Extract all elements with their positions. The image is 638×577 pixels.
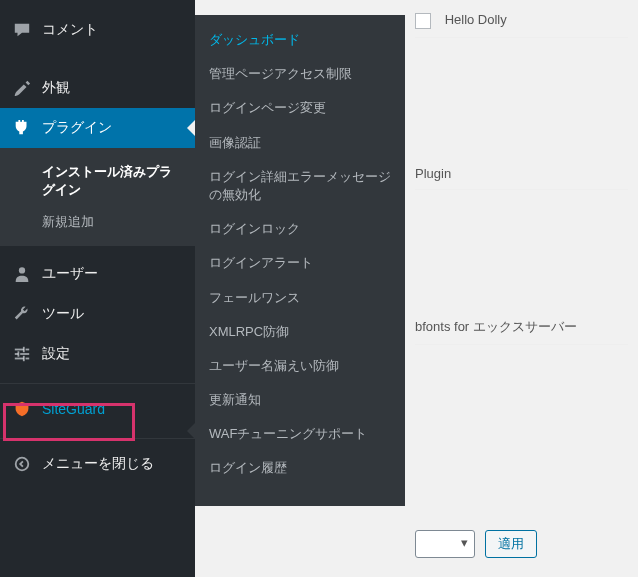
flyout-item[interactable]: 管理ページアクセス制限 — [195, 57, 405, 91]
flyout-item[interactable]: ログイン詳細エラーメッセージの無効化 — [195, 160, 405, 212]
svg-rect-5 — [15, 358, 24, 360]
sidebar-item-plugins[interactable]: プラグイン — [0, 108, 195, 148]
menu-label: 設定 — [42, 345, 70, 363]
separator — [0, 434, 195, 439]
plugins-submenu: インストール済みプラグイン 新規追加 — [0, 148, 195, 246]
flyout-item[interactable]: フェールワンス — [195, 281, 405, 315]
svg-rect-4 — [20, 353, 29, 355]
brush-icon — [12, 78, 32, 98]
plugin-name: bfonts for エックスサーバー — [415, 319, 577, 334]
sidebar-item-settings[interactable]: 設定 — [0, 334, 195, 374]
svg-point-10 — [16, 458, 29, 471]
svg-rect-2 — [26, 349, 30, 351]
flyout-item[interactable]: ログインアラート — [195, 246, 405, 280]
flyout-item[interactable]: ログインページ変更 — [195, 91, 405, 125]
sidebar-item-collapse[interactable]: メニューを閉じる — [0, 444, 195, 484]
sidebar-item-appearance[interactable]: 外観 — [0, 68, 195, 108]
submenu-installed-plugins[interactable]: インストール済みプラグイン — [0, 156, 195, 206]
sidebar-item-users[interactable]: ユーザー — [0, 254, 195, 294]
plugin-row: Plugin — [415, 158, 628, 190]
plugins-icon — [12, 118, 32, 138]
siteguard-flyout: ダッシュボード 管理ページアクセス制限 ログインページ変更 画像認証 ログイン詳… — [195, 15, 405, 506]
menu-label: ユーザー — [42, 265, 98, 283]
svg-rect-7 — [23, 347, 25, 352]
menu-label: コメント — [42, 21, 98, 39]
flyout-item[interactable]: 更新通知 — [195, 383, 405, 417]
bulk-actions-row: 一括 適用 — [415, 515, 628, 573]
plugin-name: Hello Dolly — [445, 12, 507, 27]
bulk-select[interactable]: 一括 — [415, 530, 475, 558]
menu-label: 外観 — [42, 79, 70, 97]
plugin-row: bfonts for エックスサーバー — [415, 310, 628, 345]
flyout-arrow-icon — [187, 423, 195, 439]
menu-label: SiteGuard — [42, 401, 105, 417]
sidebar-item-tools[interactable]: ツール — [0, 294, 195, 334]
shield-icon — [12, 399, 32, 419]
separator — [0, 379, 195, 384]
svg-point-0 — [19, 267, 25, 273]
submenu-add-new[interactable]: 新規追加 — [0, 206, 195, 238]
checkbox[interactable] — [415, 13, 431, 29]
settings-icon — [12, 344, 32, 364]
svg-rect-9 — [23, 356, 25, 361]
flyout-item-dashboard[interactable]: ダッシュボード — [195, 23, 405, 57]
svg-rect-1 — [15, 349, 24, 351]
admin-sidebar: コメント 外観 プラグイン インストール済みプラグイン 新規追加 ユーザー ツー… — [0, 0, 195, 577]
flyout-item[interactable]: WAFチューニングサポート — [195, 417, 405, 451]
main-content: Hello Dolly Plugin bfonts for エックスサーバー 一… — [405, 0, 638, 577]
users-icon — [12, 264, 32, 284]
menu-label: ツール — [42, 305, 84, 323]
active-arrow-icon — [187, 120, 195, 136]
flyout-item[interactable]: XMLRPC防御 — [195, 315, 405, 349]
comment-icon — [12, 20, 32, 40]
menu-label: プラグイン — [42, 119, 112, 137]
flyout-item[interactable]: 画像認証 — [195, 126, 405, 160]
collapse-icon — [12, 454, 32, 474]
flyout-item[interactable]: ログイン履歴 — [195, 451, 405, 485]
apply-button[interactable]: 適用 — [485, 530, 537, 558]
sidebar-item-siteguard[interactable]: SiteGuard — [0, 389, 195, 429]
flyout-item[interactable]: ユーザー名漏えい防御 — [195, 349, 405, 383]
plugin-name: Plugin — [415, 166, 451, 181]
svg-rect-8 — [18, 351, 20, 356]
plugin-row: Hello Dolly — [415, 4, 628, 38]
sidebar-item-comments[interactable]: コメント — [0, 10, 195, 50]
flyout-item[interactable]: ログインロック — [195, 212, 405, 246]
svg-rect-6 — [26, 358, 30, 360]
tools-icon — [12, 304, 32, 324]
menu-label: メニューを閉じる — [42, 455, 154, 473]
